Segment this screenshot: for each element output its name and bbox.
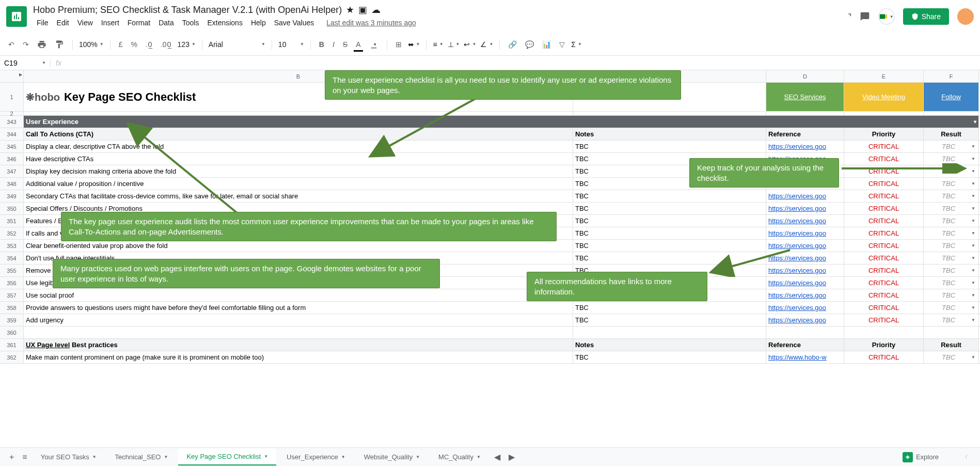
row-number[interactable]: 358 (0, 302, 24, 314)
dropdown-icon[interactable]: ▼ (971, 215, 975, 227)
row-number[interactable]: 351 (0, 215, 24, 227)
dropdown-icon[interactable]: ▼ (971, 351, 975, 363)
link-icon[interactable]: 🔗 (506, 38, 519, 51)
horizontal-align-dropdown[interactable]: ≡▼ (433, 40, 443, 49)
currency-icon[interactable]: £ (117, 38, 125, 51)
strikethrough-icon[interactable]: S (341, 38, 350, 51)
dropdown-icon[interactable]: ▼ (971, 190, 975, 202)
filter-dropdown-icon[interactable]: ▾ (974, 116, 976, 128)
cell[interactable]: TBC (573, 141, 766, 152)
sheet-tab[interactable]: Your SEO Tasks▼ (33, 449, 105, 465)
borders-icon[interactable]: ⊞ (393, 38, 404, 51)
menu-save-values[interactable]: Save Values (271, 17, 318, 29)
explore-button[interactable]: ✦ Explore 〈 (896, 449, 974, 465)
row-number[interactable]: 1 (0, 83, 24, 111)
row-number[interactable]: 357 (0, 289, 24, 301)
comments-icon[interactable] (860, 11, 870, 22)
cell[interactable]: https://services.goo (766, 215, 844, 227)
cell[interactable]: TBC (573, 314, 766, 326)
sheet-tab[interactable]: MC_Quality▼ (430, 449, 489, 465)
percent-icon[interactable]: % (129, 38, 139, 51)
menu-extensions[interactable]: Extensions (203, 17, 246, 29)
sheets-logo[interactable] (6, 6, 27, 27)
cell[interactable]: Priority (844, 339, 924, 351)
cell[interactable]: CRITICAL (844, 277, 924, 289)
cell[interactable]: CRITICAL (844, 203, 924, 214)
cell[interactable]: https://services.goo (766, 203, 844, 214)
cell[interactable]: TBC (573, 302, 766, 314)
cell[interactable]: TBC▼ (924, 289, 979, 301)
menu-edit[interactable]: Edit (53, 17, 73, 29)
dropdown-icon[interactable]: ▼ (971, 289, 975, 301)
bold-icon[interactable]: B (317, 38, 326, 51)
cell[interactable]: TBC▼ (924, 190, 979, 202)
menu-data[interactable]: Data (155, 17, 178, 29)
cell[interactable]: https://services.goo (766, 190, 844, 202)
cell[interactable]: TBC▼ (924, 351, 979, 363)
cell[interactable]: Display key decision making criteria abo… (24, 165, 573, 177)
cell[interactable] (24, 327, 573, 338)
cell[interactable]: TBC▼ (924, 203, 979, 214)
row-number[interactable]: 346 (0, 153, 24, 165)
cell[interactable]: https://services.goo (766, 314, 844, 326)
cell[interactable]: UX Page level Best practices (24, 339, 573, 351)
document-title[interactable]: Hobo Premium; SEO Checklist & Task Manag… (33, 5, 342, 15)
dropdown-icon[interactable]: ▼ (971, 141, 975, 152)
cell[interactable]: TBC▼ (924, 277, 979, 289)
cell[interactable]: TBC (573, 215, 766, 227)
cell[interactable]: CRITICAL (844, 302, 924, 314)
dropdown-icon[interactable]: ▼ (971, 314, 975, 326)
cell[interactable]: Notes (573, 339, 766, 351)
row-number[interactable]: 343 (0, 116, 24, 128)
row-number[interactable]: 352 (0, 227, 24, 239)
meet-button[interactable]: ▼ (878, 8, 895, 25)
font-size-dropdown[interactable]: 10▼ (278, 40, 304, 49)
cell[interactable]: Additional value / proposition / incenti… (24, 178, 573, 190)
cell[interactable]: https://services.goo (766, 289, 844, 301)
cell[interactable]: Priority (844, 128, 924, 140)
scroll-left-icon[interactable]: ◀ (491, 449, 503, 465)
row-number[interactable]: 344 (0, 128, 24, 140)
more-formats-dropdown[interactable]: 123▼ (178, 40, 196, 49)
row-number[interactable]: 2 (0, 112, 24, 115)
cell[interactable]: CRITICAL (844, 289, 924, 301)
row-number[interactable]: 349 (0, 190, 24, 202)
cell[interactable]: Add urgency (24, 314, 573, 326)
cell[interactable]: https://services.goo (766, 277, 844, 289)
cell[interactable]: TBC (573, 227, 766, 239)
video-meeting-button[interactable]: Video Meeting (844, 83, 924, 111)
menu-view[interactable]: View (74, 17, 97, 29)
cell[interactable]: CRITICAL (844, 351, 924, 363)
menu-insert[interactable]: Insert (98, 17, 123, 29)
cell[interactable]: CRITICAL (844, 215, 924, 227)
cell[interactable]: https://services.goo (766, 141, 844, 152)
dropdown-icon[interactable]: ▼ (971, 203, 975, 214)
dropdown-icon[interactable]: ▼ (971, 265, 975, 276)
dropdown-icon[interactable]: ▼ (971, 178, 975, 190)
cell[interactable]: TBC▼ (924, 265, 979, 276)
cell[interactable]: TBC▼ (924, 240, 979, 252)
cell[interactable]: Result (924, 339, 979, 351)
dropdown-icon[interactable]: ▼ (971, 240, 975, 252)
cell[interactable]: CRITICAL (844, 178, 924, 190)
increase-decimal-icon[interactable]: .00̲ (159, 38, 173, 51)
cell[interactable]: Use social proof (24, 289, 573, 301)
cell[interactable]: Make main content prominent on page (mak… (24, 351, 573, 363)
col-header-f[interactable]: F (924, 70, 979, 82)
move-icon[interactable]: ▣ (358, 4, 367, 15)
cell[interactable]: TBC▼ (924, 227, 979, 239)
cell[interactable]: Clear benefit-oriented value prop above … (24, 240, 573, 252)
row-number[interactable]: 350 (0, 203, 24, 214)
cloud-icon[interactable]: ☁ (371, 4, 381, 15)
cell[interactable]: TBC (573, 203, 766, 214)
dropdown-icon[interactable]: ▼ (971, 227, 975, 239)
star-icon[interactable]: ★ (346, 4, 354, 15)
vertical-align-dropdown[interactable]: ⊥▼ (448, 40, 460, 49)
cell[interactable] (766, 327, 844, 338)
zoom-dropdown[interactable]: 100%▼ (79, 40, 104, 49)
cell[interactable]: CRITICAL (844, 240, 924, 252)
add-sheet-icon[interactable]: + (6, 449, 17, 465)
undo-icon[interactable]: ↶ (6, 38, 17, 51)
row-number[interactable]: 355 (0, 265, 24, 276)
cell[interactable]: TBC (573, 351, 766, 363)
